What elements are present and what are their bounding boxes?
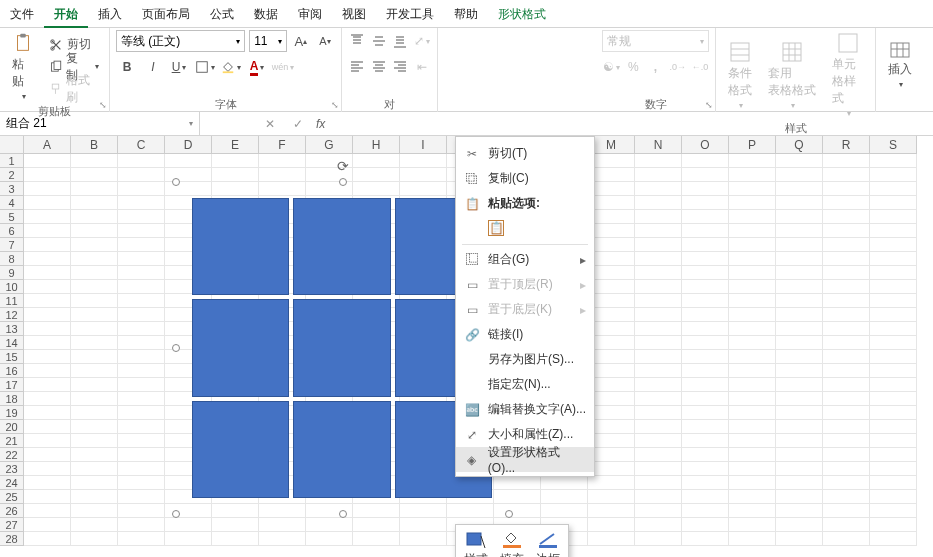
row-header[interactable]: 20: [0, 420, 24, 434]
cell[interactable]: [682, 448, 729, 462]
cell[interactable]: [823, 154, 870, 168]
tab-help[interactable]: 帮助: [444, 0, 488, 28]
inc-decimal-button[interactable]: .0→: [669, 56, 687, 78]
cell[interactable]: [24, 462, 71, 476]
cell[interactable]: [729, 252, 776, 266]
cell[interactable]: [870, 280, 917, 294]
cell[interactable]: [24, 252, 71, 266]
cell[interactable]: [353, 154, 400, 168]
cell[interactable]: [635, 462, 682, 476]
cell[interactable]: [729, 154, 776, 168]
tab-file[interactable]: 文件: [0, 0, 44, 28]
cell[interactable]: [682, 420, 729, 434]
cell[interactable]: [306, 532, 353, 546]
cell[interactable]: [588, 154, 635, 168]
col-header[interactable]: N: [635, 136, 682, 154]
rotate-handle[interactable]: ⟳: [337, 158, 349, 174]
cell[interactable]: [823, 378, 870, 392]
row-header[interactable]: 22: [0, 448, 24, 462]
cell[interactable]: [870, 168, 917, 182]
cell[interactable]: [24, 378, 71, 392]
cell[interactable]: [823, 308, 870, 322]
phonetic-button[interactable]: wén▾: [272, 56, 294, 78]
cell[interactable]: [776, 532, 823, 546]
cell[interactable]: [823, 364, 870, 378]
cell[interactable]: [682, 518, 729, 532]
row-header[interactable]: 19: [0, 406, 24, 420]
cell[interactable]: [71, 378, 118, 392]
cell[interactable]: [24, 392, 71, 406]
orientation-button[interactable]: ⤢▾: [413, 30, 431, 52]
cell[interactable]: [588, 434, 635, 448]
row-header[interactable]: 18: [0, 392, 24, 406]
clipboard-launcher[interactable]: ⤡: [99, 100, 107, 110]
cell[interactable]: [823, 168, 870, 182]
cell[interactable]: [682, 154, 729, 168]
resize-handle[interactable]: [339, 178, 347, 186]
cell[interactable]: [259, 518, 306, 532]
number-launcher[interactable]: ⤡: [705, 100, 713, 110]
cell[interactable]: [635, 224, 682, 238]
tab-review[interactable]: 审阅: [288, 0, 332, 28]
cell[interactable]: [118, 308, 165, 322]
select-all-corner[interactable]: [0, 136, 24, 154]
col-header[interactable]: P: [729, 136, 776, 154]
cell[interactable]: [870, 154, 917, 168]
cell[interactable]: [71, 420, 118, 434]
cell[interactable]: [682, 224, 729, 238]
cell[interactable]: [776, 182, 823, 196]
cell[interactable]: [71, 154, 118, 168]
cell[interactable]: [24, 280, 71, 294]
table-format-button[interactable]: 套用 表格格式▾: [762, 39, 822, 112]
cell[interactable]: [71, 336, 118, 350]
resize-handle[interactable]: [505, 510, 513, 518]
cell[interactable]: [776, 378, 823, 392]
number-format-select[interactable]: 常规▾: [602, 30, 709, 52]
cell[interactable]: [24, 420, 71, 434]
row-header[interactable]: 27: [0, 518, 24, 532]
cell[interactable]: [71, 434, 118, 448]
cell[interactable]: [635, 308, 682, 322]
tab-formula[interactable]: 公式: [200, 0, 244, 28]
ctx-send-to-back[interactable]: ▭置于底层(K)▸: [456, 297, 594, 322]
cell[interactable]: [588, 406, 635, 420]
cell[interactable]: [118, 532, 165, 546]
cell[interactable]: [729, 532, 776, 546]
row-header[interactable]: 23: [0, 462, 24, 476]
cell[interactable]: [71, 476, 118, 490]
cell[interactable]: [870, 196, 917, 210]
cell[interactable]: [823, 350, 870, 364]
cell[interactable]: [870, 210, 917, 224]
cell[interactable]: [823, 490, 870, 504]
mini-style-button[interactable]: 样式: [464, 531, 488, 557]
cell[interactable]: [71, 518, 118, 532]
cell[interactable]: [682, 490, 729, 504]
cell[interactable]: [588, 504, 635, 518]
fx-icon[interactable]: fx: [316, 117, 325, 131]
cell[interactable]: [635, 364, 682, 378]
cell[interactable]: [118, 322, 165, 336]
cell[interactable]: [353, 518, 400, 532]
cell[interactable]: [400, 532, 447, 546]
cell[interactable]: [729, 182, 776, 196]
cell[interactable]: [118, 280, 165, 294]
ctx-bring-to-front[interactable]: ▭置于顶层(R)▸: [456, 272, 594, 297]
font-color-button[interactable]: A▾: [246, 56, 268, 78]
cell[interactable]: [259, 168, 306, 182]
cell[interactable]: [823, 266, 870, 280]
cell[interactable]: [823, 462, 870, 476]
cell[interactable]: [71, 406, 118, 420]
cell[interactable]: [870, 322, 917, 336]
cell[interactable]: [588, 532, 635, 546]
cell[interactable]: [823, 518, 870, 532]
cell[interactable]: [118, 462, 165, 476]
row-header[interactable]: 11: [0, 294, 24, 308]
cell[interactable]: [71, 364, 118, 378]
cell[interactable]: [823, 224, 870, 238]
cell[interactable]: [823, 476, 870, 490]
align-middle-button[interactable]: [370, 30, 388, 52]
cell[interactable]: [635, 350, 682, 364]
cell[interactable]: [823, 238, 870, 252]
cell[interactable]: [24, 210, 71, 224]
cell[interactable]: [729, 504, 776, 518]
